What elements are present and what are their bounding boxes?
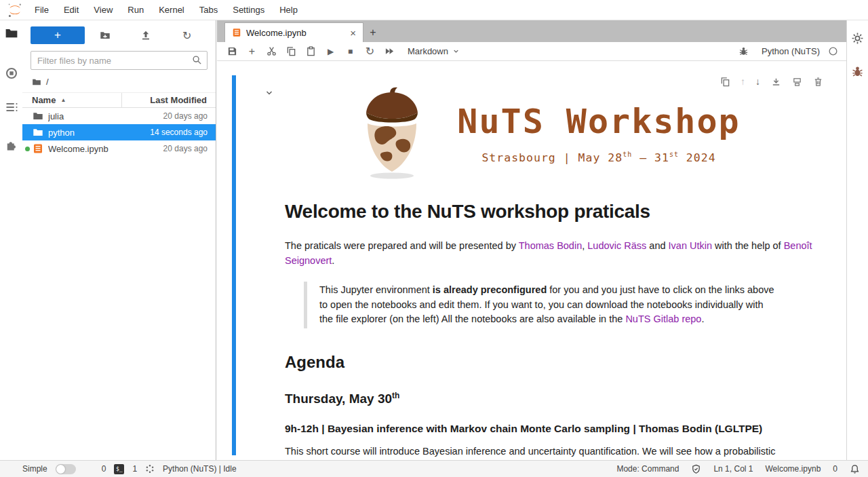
file-row-julia[interactable]: julia 20 days ago: [22, 108, 216, 124]
upload-files-button[interactable]: [125, 30, 166, 41]
menu-view[interactable]: View: [86, 0, 120, 20]
file-modified: 20 days ago: [163, 111, 216, 121]
debugger-bug-icon[interactable]: [734, 43, 753, 60]
command-mode-indicator[interactable]: Mode: Command: [616, 464, 679, 474]
notebook-content: ↑ ↓: [217, 61, 846, 460]
file-modified: 14 seconds ago: [150, 128, 216, 137]
interrupt-kernel-button[interactable]: ■: [340, 43, 360, 60]
menu-help[interactable]: Help: [272, 0, 305, 20]
property-inspector-gear-icon[interactable]: [851, 32, 864, 45]
trusted-shield-icon[interactable]: [691, 464, 701, 474]
terminal-count[interactable]: 1: [132, 464, 137, 474]
kernel-name-button[interactable]: Python (NuTS): [762, 46, 820, 56]
kernel-status-icon[interactable]: [828, 46, 838, 56]
markdown-cell[interactable]: NuTS Workshop Strasbourg | May 28th – 31…: [285, 61, 815, 459]
breadcrumb-root[interactable]: /: [46, 77, 49, 87]
breadcrumb: /: [22, 75, 216, 92]
debugger-bug-icon[interactable]: [851, 65, 864, 78]
restart-kernel-button[interactable]: ↻: [360, 43, 380, 60]
course-description: This short course will introduce Bayesia…: [285, 444, 815, 459]
refresh-file-list-button[interactable]: ↻: [167, 29, 208, 42]
save-button[interactable]: [222, 43, 242, 60]
kernel-status-text[interactable]: Python (NuTS) | Idle: [163, 464, 237, 474]
notification-count[interactable]: 0: [833, 464, 837, 474]
menu-settings[interactable]: Settings: [225, 0, 272, 20]
close-icon[interactable]: ×: [349, 27, 357, 39]
file-name: python: [48, 128, 150, 138]
status-bar: Simple 0 $_ 1 Python (NuTS) | Idle Mode:…: [0, 460, 868, 477]
thursday-heading: Thursday, May 30th: [285, 391, 815, 406]
restart-run-all-button[interactable]: [380, 43, 399, 60]
agenda-heading: Agenda: [285, 353, 815, 372]
file-browser-panel: + ↻ / Name ▲ Last Modified: [22, 20, 216, 460]
home-folder-icon[interactable]: [32, 77, 41, 87]
table-of-contents-icon[interactable]: [5, 100, 18, 114]
delete-cell-icon[interactable]: [812, 76, 823, 87]
insert-cell-above-icon[interactable]: [770, 76, 781, 87]
filter-files-input[interactable]: [31, 51, 208, 70]
new-folder-button[interactable]: [85, 30, 125, 41]
sort-by-modified-header[interactable]: Last Modified: [122, 95, 216, 105]
file-modified: 20 days ago: [163, 144, 216, 153]
file-browser-toolbar: + ↻: [22, 20, 216, 48]
run-cell-button[interactable]: ▶: [321, 43, 340, 60]
jupyter-logo-icon: [7, 2, 23, 18]
link-nuts-gitlab-repo[interactable]: NuTS Gitlab repo: [625, 313, 701, 324]
welcome-heading: Welcome to the NuTS workshop praticals: [285, 201, 815, 223]
main-area: Welcome.ipynb × + + ▶ ■ ↻ Mark: [217, 20, 846, 460]
kernel-count[interactable]: 0: [102, 464, 106, 474]
cell-collapser-icon[interactable]: [265, 89, 273, 97]
file-list-header: Name ▲ Last Modified: [22, 92, 216, 108]
notebook-toolbar: + ▶ ■ ↻ Markdown: [217, 42, 846, 61]
left-activity-bar: [0, 20, 22, 460]
cell-toolbar: ↑ ↓: [719, 76, 823, 87]
paste-cells-button[interactable]: [301, 43, 321, 60]
menu-file[interactable]: File: [27, 0, 56, 20]
running-kernels-icon[interactable]: [5, 66, 18, 80]
tab-welcome-ipynb[interactable]: Welcome.ipynb ×: [224, 22, 363, 42]
tab-label: Welcome.ipynb: [246, 28, 344, 38]
menu-kernel[interactable]: Kernel: [151, 0, 192, 20]
cut-cells-button[interactable]: [262, 43, 281, 60]
file-name: Welcome.ipynb: [48, 144, 163, 154]
menu-run[interactable]: Run: [120, 0, 151, 20]
notebook-file-icon: [232, 28, 241, 37]
right-activity-bar: [846, 20, 868, 460]
link-ludovic-raess[interactable]: Ludovic Räss: [587, 240, 646, 251]
move-cell-down-icon[interactable]: ↓: [755, 77, 760, 86]
file-browser-icon[interactable]: [5, 26, 18, 40]
selected-cell-indicator[interactable]: [232, 75, 236, 455]
insert-cell-below-icon[interactable]: [791, 76, 802, 87]
workshop-subtitle: Strasbourg | May 28th – 31st 2024: [457, 151, 740, 164]
menu-edit[interactable]: Edit: [56, 0, 86, 20]
nuts-acorn-logo: [359, 85, 425, 180]
file-row-welcome-ipynb[interactable]: Welcome.ipynb 20 days ago: [22, 140, 216, 157]
new-launcher-button[interactable]: +: [31, 26, 85, 44]
cursor-position[interactable]: Ln 1, Col 1: [713, 464, 753, 474]
file-row-python[interactable]: python 14 seconds ago: [22, 124, 216, 140]
copy-cells-button[interactable]: [281, 43, 301, 60]
running-kernel-dot: [25, 147, 30, 151]
intro-paragraph: The praticals were prepared and will be …: [285, 239, 815, 268]
session-heading: 9h-12h | Bayesian inference with Markov …: [285, 423, 815, 435]
simple-mode-label: Simple: [22, 464, 47, 474]
toolbar-kernel-area: Python (NuTS): [734, 43, 841, 60]
workshop-header: NuTS Workshop Strasbourg | May 28th – 31…: [285, 85, 815, 180]
link-ivan-utkin[interactable]: Ivan Utkin: [669, 240, 712, 251]
workshop-title: NuTS Workshop: [457, 102, 740, 141]
active-file-name[interactable]: Welcome.ipynb: [765, 464, 821, 474]
move-cell-up-icon[interactable]: ↑: [741, 77, 745, 86]
menu-tabs[interactable]: Tabs: [192, 0, 225, 20]
preconfigured-blockquote: This Jupyter environment is already prec…: [304, 282, 778, 328]
extensions-puzzle-icon[interactable]: [5, 138, 18, 152]
duplicate-cell-icon[interactable]: [719, 76, 730, 87]
link-thomas-bodin[interactable]: Thomas Bodin: [519, 240, 583, 251]
sort-ascending-icon: ▲: [60, 97, 66, 103]
simple-mode-toggle[interactable]: [56, 464, 76, 474]
bell-icon[interactable]: [850, 464, 860, 474]
new-tab-button[interactable]: +: [363, 22, 382, 42]
cell-type-dropdown[interactable]: Markdown: [408, 46, 460, 56]
file-name: julia: [48, 111, 163, 121]
insert-cell-button[interactable]: +: [242, 43, 262, 60]
sort-by-name-header[interactable]: Name ▲: [22, 95, 121, 105]
